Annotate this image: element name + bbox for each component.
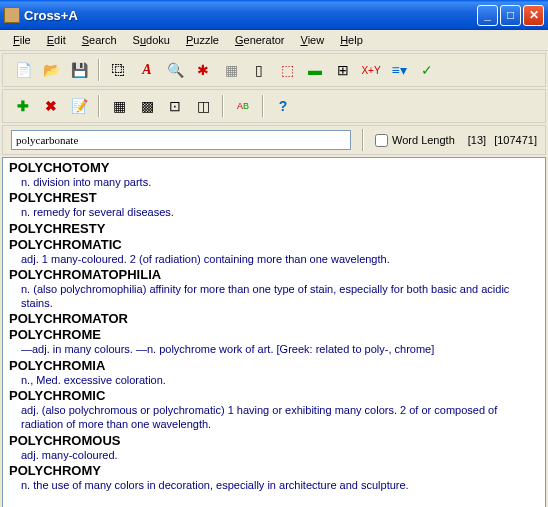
dictionary-entry: POLYCHROMOUSadj. many-coloured. (9, 433, 539, 462)
results-panel[interactable]: POLYCHOTOMYn. division into many parts.P… (2, 157, 546, 507)
dictionary-entry: POLYCHROMATOR (9, 311, 539, 326)
close-button[interactable]: ✕ (523, 5, 544, 26)
save-icon[interactable]: 💾 (67, 58, 91, 82)
separator (362, 129, 364, 151)
entry-word[interactable]: POLYCHROMOUS (9, 433, 539, 448)
menu-generator[interactable]: Generator (228, 32, 292, 48)
entry-definition: adj. 1 many-coloured. 2 (of radiation) c… (9, 252, 539, 266)
entry-word[interactable]: POLYCHROMIA (9, 358, 539, 373)
separator (98, 59, 100, 81)
toolbar-secondary: ✚ ✖ 📝 ▦ ▩ ⊡ ◫ AB ? (2, 89, 546, 123)
entry-word[interactable]: POLYCHREST (9, 190, 539, 205)
separator (98, 95, 100, 117)
toolbar-main: 📄 📂 💾 ⿻ A 🔍 ✱ ▦ ▯ ⬚ ▬ ⊞ X+Y ≡▾ ✓ (2, 53, 546, 87)
entry-definition: n. the use of many colors in decoration,… (9, 478, 539, 492)
puzzle-icon[interactable]: ⬚ (275, 58, 299, 82)
add-icon[interactable]: ✚ (11, 94, 35, 118)
edit-icon[interactable]: 📝 (67, 94, 91, 118)
entry-word[interactable]: POLYCHROMATOPHILIA (9, 267, 539, 282)
entry-word[interactable]: POLYCHROMATIC (9, 237, 539, 252)
dictionary-entry: POLYCHROME—adj. in many colours. —n. pol… (9, 327, 539, 356)
entry-word[interactable]: POLYCHROMATOR (9, 311, 539, 326)
menu-edit[interactable]: Edit (40, 32, 73, 48)
entry-definition: adj. (also polychromous or polychromatic… (9, 403, 539, 432)
search-bar: Word Length [13] [107471] (2, 125, 546, 155)
menu-file[interactable]: File (6, 32, 38, 48)
star-icon[interactable]: ✱ (191, 58, 215, 82)
dictionary-entry: POLYCHRESTn. remedy for several diseases… (9, 190, 539, 219)
entry-word[interactable]: POLYCHROMY (9, 463, 539, 478)
grid-icon[interactable]: ▦ (219, 58, 243, 82)
menu-search[interactable]: Search (75, 32, 124, 48)
title-bar: Cross+A _ □ ✕ (0, 0, 548, 30)
word-length-checkbox[interactable]: Word Length (375, 134, 455, 147)
menu-view[interactable]: View (294, 32, 332, 48)
entry-definition: n. (also polychromophilia) affinity for … (9, 282, 539, 311)
search-input[interactable] (11, 130, 351, 150)
menu-sudoku[interactable]: Sudoku (126, 32, 177, 48)
open-icon[interactable]: 📂 (39, 58, 63, 82)
grid3-icon[interactable]: ▦ (107, 94, 131, 118)
grid5-icon[interactable]: ⊡ (163, 94, 187, 118)
grid4-icon[interactable]: ▩ (135, 94, 159, 118)
dictionary-entry: POLYCHOTOMYn. division into many parts. (9, 160, 539, 189)
copy-icon[interactable]: ⿻ (107, 58, 131, 82)
entry-word[interactable]: POLYCHROMIC (9, 388, 539, 403)
window-title: Cross+A (24, 8, 475, 23)
check-icon[interactable]: ✓ (415, 58, 439, 82)
device-icon[interactable]: ▯ (247, 58, 271, 82)
word-length-label: Word Length (392, 134, 455, 146)
delete-icon[interactable]: ✖ (39, 94, 63, 118)
dictionary-entry: POLYCHROMIAn., Med. excessive coloration… (9, 358, 539, 387)
dictionary-entry: POLYCHROMICadj. (also polychromous or po… (9, 388, 539, 432)
entry-definition: adj. many-coloured. (9, 448, 539, 462)
blocks-icon[interactable]: ▬ (303, 58, 327, 82)
word-length-check[interactable] (375, 134, 388, 147)
entry-definition: n. division into many parts. (9, 175, 539, 189)
find-icon[interactable]: 🔍 (163, 58, 187, 82)
help-icon[interactable]: ? (271, 94, 295, 118)
dictionary-entry: POLYCHRESTY (9, 221, 539, 236)
entry-word[interactable]: POLYCHRESTY (9, 221, 539, 236)
new-icon[interactable]: 📄 (11, 58, 35, 82)
dictionary-entry: POLYCHROMATICadj. 1 many-coloured. 2 (of… (9, 237, 539, 266)
entry-definition: —adj. in many colours. —n. polychrome wo… (9, 342, 539, 356)
font-icon[interactable]: A (135, 58, 159, 82)
xy-icon[interactable]: X+Y (359, 58, 383, 82)
menu-help[interactable]: Help (333, 32, 370, 48)
minimize-button[interactable]: _ (477, 5, 498, 26)
menu-bar: File Edit Search Sudoku Puzzle Generator… (0, 30, 548, 51)
count-2: [107471] (494, 134, 537, 146)
list-icon[interactable]: ≡▾ (387, 58, 411, 82)
grid6-icon[interactable]: ◫ (191, 94, 215, 118)
entry-definition: n. remedy for several diseases. (9, 205, 539, 219)
dictionary-entry: POLYCHROMATOPHILIAn. (also polychromophi… (9, 267, 539, 311)
entry-word[interactable]: POLYCHOTOMY (9, 160, 539, 175)
entry-definition: n., Med. excessive coloration. (9, 373, 539, 387)
count-1: [13] (468, 134, 486, 146)
separator (222, 95, 224, 117)
separator (262, 95, 264, 117)
maximize-button[interactable]: □ (500, 5, 521, 26)
menu-puzzle[interactable]: Puzzle (179, 32, 226, 48)
ab-icon[interactable]: AB (231, 94, 255, 118)
dictionary-entry: POLYCHROMYn. the use of many colors in d… (9, 463, 539, 492)
entry-word[interactable]: POLYCHROME (9, 327, 539, 342)
app-icon (4, 7, 20, 23)
grid2-icon[interactable]: ⊞ (331, 58, 355, 82)
